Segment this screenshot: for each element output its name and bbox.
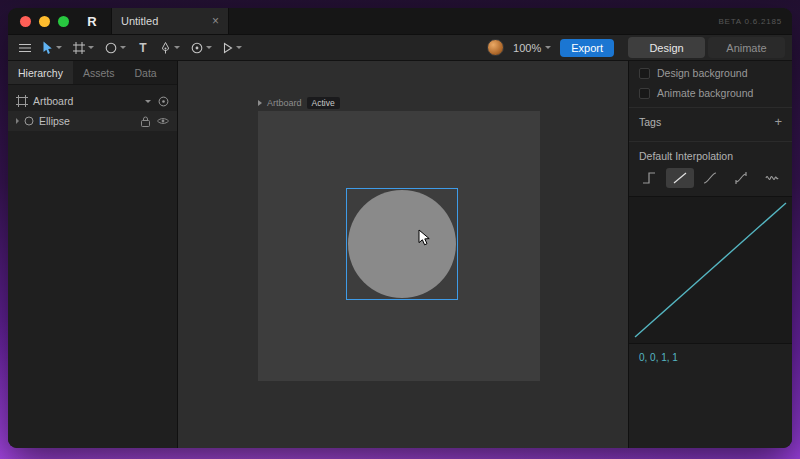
chevron-down-icon[interactable]	[206, 46, 212, 49]
chevron-down-icon[interactable]	[145, 100, 151, 103]
toolbar: T 100% Export Design Animate	[8, 34, 792, 61]
curve-values-label: 0, 0, 1, 1	[629, 344, 792, 371]
chevron-down-icon[interactable]	[88, 46, 94, 49]
cursor-icon	[42, 41, 53, 55]
eye-icon[interactable]	[157, 117, 169, 125]
interp-hold-button[interactable]	[635, 168, 664, 188]
interpolation-graph[interactable]	[629, 196, 792, 344]
beta-version-label: BETA 0.6.2185	[718, 17, 782, 26]
left-sidebar: Hierarchy Assets Data Artboard Ellipse	[8, 61, 178, 448]
design-background-label: Design background	[657, 67, 747, 79]
artboard-tool-button[interactable]	[69, 38, 98, 58]
linear-curve-plot	[629, 197, 792, 343]
play-icon	[223, 42, 233, 54]
artboard-tool-icon	[73, 42, 85, 54]
pen-tool-button[interactable]	[156, 38, 184, 58]
elastic-curve-icon	[765, 172, 779, 184]
app-window: R Untitled × BETA 0.6.2185 T	[8, 8, 792, 448]
menu-button[interactable]	[15, 38, 35, 58]
hold-curve-icon	[642, 172, 656, 184]
animate-background-label: Animate background	[657, 87, 753, 99]
close-window-button[interactable]	[20, 16, 31, 27]
user-avatar[interactable]	[487, 39, 504, 56]
minimize-window-button[interactable]	[39, 16, 50, 27]
window-controls	[8, 16, 79, 27]
tags-title: Tags	[639, 116, 661, 128]
artboard-icon	[16, 95, 28, 107]
export-button[interactable]: Export	[560, 39, 614, 57]
hamburger-icon	[19, 43, 31, 53]
mouse-cursor-icon	[418, 229, 431, 247]
close-tab-icon[interactable]: ×	[212, 15, 219, 27]
interp-linear-button[interactable]	[666, 168, 695, 188]
animate-mode-button[interactable]: Animate	[708, 37, 785, 58]
ellipse-tool-icon	[105, 42, 117, 54]
animate-background-checkbox[interactable]	[639, 88, 650, 99]
chevron-down-icon[interactable]	[545, 46, 551, 49]
cubic-value-curve-icon	[734, 172, 748, 184]
panel-tabs: Hierarchy Assets Data	[8, 61, 177, 85]
text-tool-button[interactable]: T	[133, 38, 153, 58]
tree-item-label: Artboard	[33, 95, 73, 107]
canvas[interactable]: Artboard Active	[178, 61, 628, 448]
chevron-down-icon[interactable]	[56, 46, 62, 49]
mode-toggle: Design Animate	[628, 37, 785, 58]
state-machine-icon	[191, 42, 203, 54]
pen-tool-icon	[160, 42, 171, 54]
design-background-row: Design background	[629, 61, 792, 81]
artboard-name[interactable]: Artboard	[267, 98, 302, 108]
selection-bounds[interactable]	[346, 188, 458, 300]
tags-section-header: Tags +	[629, 108, 792, 135]
interp-cubic-value-button[interactable]	[727, 168, 756, 188]
preview-tool-button[interactable]	[219, 38, 246, 58]
tab-data[interactable]: Data	[124, 61, 166, 84]
design-mode-button[interactable]: Design	[628, 37, 705, 58]
linear-curve-icon	[673, 172, 687, 184]
tab-hierarchy[interactable]: Hierarchy	[8, 61, 73, 84]
interpolation-buttons	[629, 168, 792, 196]
text-tool-icon: T	[139, 41, 146, 55]
add-tag-button[interactable]: +	[774, 115, 782, 128]
shape-tool-button[interactable]	[101, 38, 130, 58]
main-area: Hierarchy Assets Data Artboard Ellipse	[8, 61, 792, 448]
titlebar: R Untitled × BETA 0.6.2185	[8, 8, 792, 34]
ellipse-icon	[24, 116, 34, 126]
active-badge: Active	[307, 97, 340, 109]
state-machine-tool-button[interactable]	[187, 38, 216, 58]
cubic-curve-icon	[703, 172, 717, 184]
tree-row-artboard[interactable]: Artboard	[8, 91, 177, 111]
file-tab-title: Untitled	[121, 15, 212, 27]
artboard-marker-icon	[258, 100, 262, 106]
hierarchy-tree: Artboard Ellipse	[8, 85, 177, 137]
inspector-panel: Design background Animate background Tag…	[628, 61, 792, 448]
select-tool-button[interactable]	[38, 38, 66, 58]
toolbar-right: 100% Export Design Animate	[487, 37, 785, 58]
lock-icon[interactable]	[141, 116, 150, 127]
tab-assets[interactable]: Assets	[73, 61, 125, 84]
artboard-header[interactable]: Artboard Active	[258, 97, 340, 109]
tree-row-ellipse[interactable]: Ellipse	[8, 111, 177, 131]
zoom-control[interactable]: 100%	[513, 42, 551, 54]
rive-logo[interactable]: R	[79, 14, 105, 29]
chevron-down-icon[interactable]	[236, 46, 242, 49]
chevron-down-icon[interactable]	[174, 46, 180, 49]
zoom-window-button[interactable]	[58, 16, 69, 27]
animate-background-row: Animate background	[629, 81, 792, 101]
interpolation-title: Default Interpolation	[629, 142, 792, 168]
interp-cubic-button[interactable]	[696, 168, 725, 188]
chevron-right-icon[interactable]	[16, 118, 19, 124]
file-tab[interactable]: Untitled ×	[111, 8, 229, 34]
tree-item-label: Ellipse	[39, 115, 70, 127]
zoom-value: 100%	[513, 42, 541, 54]
active-artboard-icon[interactable]	[158, 96, 169, 107]
interp-elastic-button[interactable]	[757, 168, 786, 188]
design-background-checkbox[interactable]	[639, 68, 650, 79]
chevron-down-icon[interactable]	[120, 46, 126, 49]
